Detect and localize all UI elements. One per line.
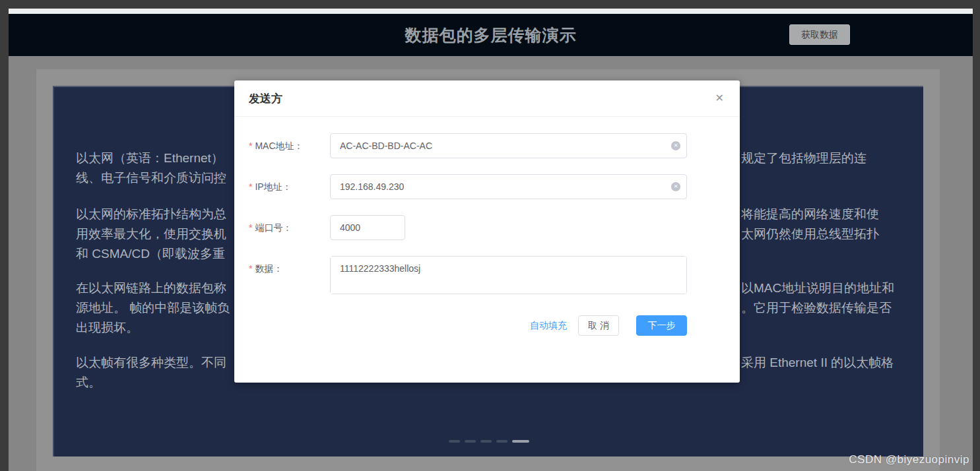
- bg-text-fragment: 和 CSMA/CD（即载波多重: [76, 244, 225, 264]
- bg-text-fragment: 用效率最大化，使用交换机: [76, 224, 226, 244]
- clear-icon[interactable]: ✕: [671, 141, 680, 150]
- bg-text-fragment: 线、电子信号和介质访问控: [76, 168, 226, 188]
- screen: 数据包的多层传输演示 获取数据 以太网（英语：Ethernet） 规定了包括物理…: [0, 0, 980, 471]
- dialog-footer: 自动填充 取 消 下一步: [234, 315, 687, 336]
- bg-text-fragment: 太网仍然使用总线型拓扑: [741, 224, 879, 244]
- dialog-header: 发送方 ✕: [234, 80, 740, 117]
- ip-input[interactable]: [331, 175, 686, 199]
- form-row-data: *数据： 11112222333hellosj: [249, 256, 687, 294]
- app-header: 数据包的多层传输演示 获取数据: [9, 14, 973, 56]
- carousel-dash[interactable]: [480, 440, 492, 443]
- cancel-button[interactable]: 取 消: [578, 315, 619, 336]
- bg-text-fragment: 以太帧有很多种类型。不同: [76, 353, 226, 373]
- bg-text-fragment: 以MAC地址说明目的地址和: [741, 278, 894, 298]
- form-row-port: *端口号：: [249, 215, 687, 240]
- next-step-button[interactable]: 下一步: [636, 315, 687, 336]
- bg-text-fragment: 源地址。 帧的中部是该帧负: [76, 298, 230, 318]
- carousel-dash-active[interactable]: [512, 440, 529, 443]
- autofill-button[interactable]: 自动填充: [530, 320, 567, 332]
- ip-label: *IP地址：: [249, 174, 330, 199]
- mac-input[interactable]: [331, 134, 686, 158]
- carousel-dash[interactable]: [465, 440, 476, 443]
- ip-input-box: ✕: [330, 174, 687, 199]
- fetch-data-button[interactable]: 获取数据: [789, 24, 850, 45]
- port-label: *端口号：: [249, 215, 330, 240]
- bg-text-fragment: 式。: [76, 373, 101, 392]
- required-mark: *: [249, 181, 252, 192]
- data-label: *数据：: [249, 256, 330, 294]
- carousel-dash[interactable]: [449, 440, 460, 443]
- bg-text-fragment: 规定了包括物理层的连: [741, 148, 866, 168]
- data-textarea[interactable]: 11112222333hellosj: [331, 257, 686, 294]
- bg-text-fragment: 在以太网链路上的数据包称: [76, 278, 226, 298]
- bg-text-fragment: 以太网的标准拓扑结构为总: [76, 204, 226, 224]
- close-icon[interactable]: ✕: [715, 93, 724, 104]
- mac-input-box: ✕: [330, 133, 687, 158]
- form-row-ip: *IP地址： ✕: [249, 174, 687, 199]
- port-input-box: [330, 215, 405, 240]
- port-label-text: 端口号：: [255, 222, 292, 233]
- dialog-body: *MAC地址： ✕ *IP地址： ✕ *端口号：: [234, 117, 740, 294]
- form-row-mac: *MAC地址： ✕: [249, 133, 687, 158]
- bg-text-fragment: 以太网（英语：Ethernet）: [76, 148, 224, 168]
- required-mark: *: [249, 141, 252, 151]
- port-input[interactable]: [331, 216, 405, 239]
- data-textarea-box: 11112222333hellosj: [330, 256, 687, 294]
- browser-strip: [9, 9, 973, 14]
- clear-icon[interactable]: ✕: [671, 182, 680, 191]
- required-mark: *: [249, 222, 252, 233]
- ip-label-text: IP地址：: [255, 181, 291, 192]
- data-label-text: 数据：: [255, 263, 282, 274]
- required-mark: *: [249, 263, 252, 274]
- watermark: CSDN @biyezuopinvip: [849, 453, 969, 466]
- mac-label: *MAC地址：: [249, 133, 330, 158]
- bg-text-fragment: 将能提高的网络速度和使: [741, 204, 879, 224]
- bg-text-fragment: 。它用于检验数据传输是否: [741, 298, 892, 318]
- carousel-pagination: [449, 440, 529, 443]
- mac-label-text: MAC地址：: [255, 141, 303, 151]
- bg-text-fragment: 采用 Ethernet II 的以太帧格: [741, 353, 894, 373]
- dialog-title: 发送方: [249, 91, 282, 106]
- bg-text-fragment: 出现损坏。: [76, 318, 139, 338]
- carousel-dash[interactable]: [496, 440, 507, 443]
- sender-dialog: 发送方 ✕ *MAC地址： ✕ *IP地址： ✕: [234, 80, 740, 383]
